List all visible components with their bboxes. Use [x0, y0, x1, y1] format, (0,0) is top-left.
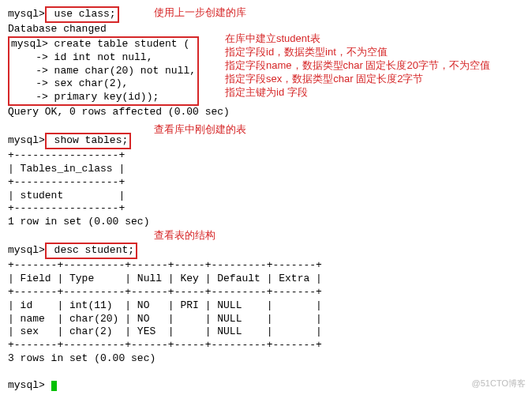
annotation-desc-table: 查看表的结构 [154, 229, 215, 243]
table-sep: +-------+----------+------+-----+-------… [8, 286, 524, 299]
annotation-create-table: 在库中建立student表 [225, 32, 320, 46]
term-line: Query OK, 0 rows affected (0.00 sec) [8, 106, 524, 119]
annotation-name-field: 指定字段name，数据类型char 固定长度20字节，不为空值 [225, 59, 490, 73]
annotation-id-field: 指定字段id，数据类型int，不为空值 [225, 46, 388, 59]
table-row: | student | [8, 190, 524, 203]
cmd-show-tables: show tables; [45, 133, 131, 149]
term-line: mysql> show tables; [8, 133, 524, 149]
watermark: @51CTO博客 [472, 378, 526, 389]
table-row: | name | char(20) | NO | | NULL | | [8, 313, 524, 326]
term-line: mysql> use class; [8, 6, 524, 23]
annotation-sex-field: 指定字段sex，数据类型char 固定长度2字节 [225, 73, 423, 86]
term-line [8, 119, 524, 133]
cmd-desc-student: desc student; [45, 243, 137, 259]
annotation-show-tables: 查看库中刚创建的表 [154, 123, 246, 137]
term-line: 3 rows in set (0.00 sec) [8, 352, 524, 366]
table-sep: +-----------------+ [8, 176, 524, 190]
table-row: | sex | char(2) | YES | | NULL | | [8, 325, 524, 339]
cursor-icon[interactable] [51, 381, 57, 391]
table-row: | id | int(11) | NO | PRI | NULL | | [8, 299, 524, 313]
annotation-primary-key: 指定主键为id 字段 [225, 86, 308, 100]
term-line: mysql> create table student ( [11, 38, 196, 51]
prompt: mysql> [8, 134, 45, 146]
term-line: -> primary key(id)); [11, 91, 196, 104]
prompt: mysql> [8, 8, 45, 20]
table-sep: +-----------------+ [8, 149, 524, 163]
term-line: -> sex char(2), [11, 77, 196, 91]
annotation-use-library: 使用上一步创建的库 [154, 6, 246, 20]
prompt: mysql> [8, 379, 45, 391]
table-header: | Tables_in_class | [8, 163, 524, 176]
term-line [8, 229, 524, 243]
term-line: mysql> [8, 379, 524, 393]
prompt: mysql> [8, 244, 45, 256]
term-line: mysql> desc student; [8, 243, 524, 259]
prompt: mysql> [11, 38, 48, 50]
table-sep: +-------+----------+------+-----+-------… [8, 339, 524, 352]
table-sep: +-------+----------+------+-----+-------… [8, 259, 524, 273]
term-line: -> name char(20) not null, [11, 65, 196, 78]
cmd-use-class: use class; [45, 6, 119, 23]
term-line [8, 366, 524, 379]
table-header: | Field | Type | Null | Key | Default | … [8, 273, 524, 286]
term-line: -> id int not null, [11, 51, 196, 65]
create-table-block: mysql> create table student ( -> id int … [8, 36, 199, 106]
table-sep: +-----------------+ [8, 202, 524, 216]
term-line: 1 row in set (0.00 sec) [8, 216, 524, 229]
